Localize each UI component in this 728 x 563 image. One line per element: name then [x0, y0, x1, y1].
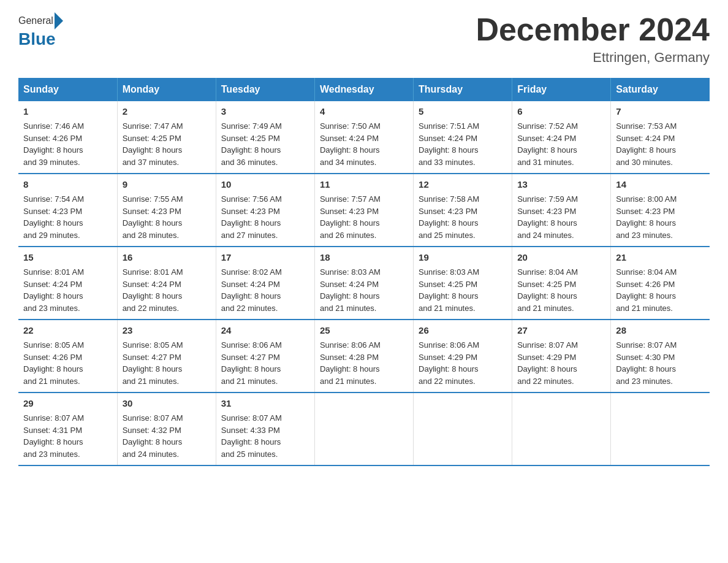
day-number: 22	[23, 325, 112, 335]
day-number: 26	[419, 325, 507, 335]
calendar-cell: 28 Sunrise: 8:07 AM Sunset: 4:30 PM Dayl…	[611, 320, 710, 393]
day-info: Sunrise: 8:06 AM Sunset: 4:27 PM Dayligh…	[221, 339, 309, 387]
day-number: 13	[517, 179, 605, 190]
day-info: Sunrise: 7:53 AM Sunset: 4:24 PM Dayligh…	[616, 120, 705, 168]
page-header: General Blue December 2024 Ettringen, Ge…	[18, 12, 710, 66]
calendar-cell: 19 Sunrise: 8:03 AM Sunset: 4:25 PM Dayl…	[414, 247, 512, 320]
calendar-cell: 11 Sunrise: 7:57 AM Sunset: 4:23 PM Dayl…	[314, 174, 413, 247]
calendar-cell	[512, 393, 611, 465]
calendar-cell: 8 Sunrise: 7:54 AM Sunset: 4:23 PM Dayli…	[18, 174, 117, 247]
day-number: 18	[320, 252, 408, 262]
calendar-table: Sunday Monday Tuesday Wednesday Thursday…	[18, 78, 710, 466]
day-number: 7	[616, 106, 705, 117]
logo-blue-text: Blue	[18, 29, 56, 49]
day-info: Sunrise: 8:04 AM Sunset: 4:26 PM Dayligh…	[616, 266, 705, 314]
day-number: 6	[517, 106, 605, 117]
day-number: 1	[23, 106, 112, 117]
day-number: 5	[419, 106, 507, 117]
calendar-week-row: 29 Sunrise: 8:07 AM Sunset: 4:31 PM Dayl…	[18, 393, 710, 465]
col-monday: Monday	[117, 78, 216, 101]
day-info: Sunrise: 8:02 AM Sunset: 4:24 PM Dayligh…	[221, 266, 309, 314]
day-info: Sunrise: 8:06 AM Sunset: 4:28 PM Dayligh…	[320, 339, 408, 387]
day-info: Sunrise: 8:01 AM Sunset: 4:24 PM Dayligh…	[23, 266, 112, 314]
logo-arrow-icon	[55, 12, 63, 29]
day-info: Sunrise: 8:00 AM Sunset: 4:23 PM Dayligh…	[616, 193, 705, 241]
day-info: Sunrise: 7:59 AM Sunset: 4:23 PM Dayligh…	[517, 193, 605, 241]
month-title: December 2024	[476, 12, 710, 47]
calendar-cell: 9 Sunrise: 7:55 AM Sunset: 4:23 PM Dayli…	[117, 174, 216, 247]
calendar-cell: 3 Sunrise: 7:49 AM Sunset: 4:25 PM Dayli…	[216, 101, 314, 174]
col-thursday: Thursday	[414, 78, 512, 101]
day-number: 20	[517, 252, 605, 262]
calendar-cell: 16 Sunrise: 8:01 AM Sunset: 4:24 PM Dayl…	[117, 247, 216, 320]
calendar-cell: 30 Sunrise: 8:07 AM Sunset: 4:32 PM Dayl…	[117, 393, 216, 465]
logo: General Blue	[18, 12, 63, 49]
day-number: 30	[123, 398, 211, 408]
day-number: 2	[123, 106, 211, 117]
title-area: December 2024 Ettringen, Germany	[476, 12, 710, 66]
calendar-cell: 26 Sunrise: 8:06 AM Sunset: 4:29 PM Dayl…	[414, 320, 512, 393]
day-info: Sunrise: 8:07 AM Sunset: 4:32 PM Dayligh…	[123, 412, 211, 460]
day-info: Sunrise: 7:52 AM Sunset: 4:24 PM Dayligh…	[517, 120, 605, 168]
day-number: 4	[320, 106, 408, 117]
calendar-cell: 13 Sunrise: 7:59 AM Sunset: 4:23 PM Dayl…	[512, 174, 611, 247]
col-tuesday: Tuesday	[216, 78, 314, 101]
calendar-cell	[314, 393, 413, 465]
day-number: 31	[221, 398, 309, 408]
day-info: Sunrise: 8:07 AM Sunset: 4:29 PM Dayligh…	[517, 339, 605, 387]
day-number: 23	[123, 325, 211, 335]
calendar-cell: 5 Sunrise: 7:51 AM Sunset: 4:24 PM Dayli…	[414, 101, 512, 174]
calendar-cell: 31 Sunrise: 8:07 AM Sunset: 4:33 PM Dayl…	[216, 393, 314, 465]
day-info: Sunrise: 7:58 AM Sunset: 4:23 PM Dayligh…	[419, 193, 507, 241]
calendar-header-row: Sunday Monday Tuesday Wednesday Thursday…	[18, 78, 710, 101]
location: Ettringen, Germany	[476, 50, 710, 66]
calendar-week-row: 8 Sunrise: 7:54 AM Sunset: 4:23 PM Dayli…	[18, 174, 710, 247]
logo-general-text: General	[18, 15, 53, 26]
calendar-cell: 23 Sunrise: 8:05 AM Sunset: 4:27 PM Dayl…	[117, 320, 216, 393]
calendar-cell: 1 Sunrise: 7:46 AM Sunset: 4:26 PM Dayli…	[18, 101, 117, 174]
calendar-cell: 27 Sunrise: 8:07 AM Sunset: 4:29 PM Dayl…	[512, 320, 611, 393]
day-number: 8	[23, 179, 112, 190]
day-info: Sunrise: 7:54 AM Sunset: 4:23 PM Dayligh…	[23, 193, 112, 241]
day-info: Sunrise: 7:46 AM Sunset: 4:26 PM Dayligh…	[23, 120, 112, 168]
day-info: Sunrise: 8:07 AM Sunset: 4:31 PM Dayligh…	[23, 412, 112, 460]
day-number: 19	[419, 252, 507, 262]
day-info: Sunrise: 8:06 AM Sunset: 4:29 PM Dayligh…	[419, 339, 507, 387]
calendar-cell: 2 Sunrise: 7:47 AM Sunset: 4:25 PM Dayli…	[117, 101, 216, 174]
day-number: 15	[23, 252, 112, 262]
calendar-cell: 24 Sunrise: 8:06 AM Sunset: 4:27 PM Dayl…	[216, 320, 314, 393]
day-info: Sunrise: 7:47 AM Sunset: 4:25 PM Dayligh…	[123, 120, 211, 168]
calendar-cell: 4 Sunrise: 7:50 AM Sunset: 4:24 PM Dayli…	[314, 101, 413, 174]
day-number: 16	[123, 252, 211, 262]
calendar-cell: 10 Sunrise: 7:56 AM Sunset: 4:23 PM Dayl…	[216, 174, 314, 247]
calendar-week-row: 15 Sunrise: 8:01 AM Sunset: 4:24 PM Dayl…	[18, 247, 710, 320]
day-info: Sunrise: 7:57 AM Sunset: 4:23 PM Dayligh…	[320, 193, 408, 241]
calendar-cell: 21 Sunrise: 8:04 AM Sunset: 4:26 PM Dayl…	[611, 247, 710, 320]
day-number: 9	[123, 179, 211, 190]
col-saturday: Saturday	[611, 78, 710, 101]
calendar-cell: 6 Sunrise: 7:52 AM Sunset: 4:24 PM Dayli…	[512, 101, 611, 174]
day-number: 3	[221, 106, 309, 117]
day-info: Sunrise: 7:56 AM Sunset: 4:23 PM Dayligh…	[221, 193, 309, 241]
day-info: Sunrise: 8:04 AM Sunset: 4:25 PM Dayligh…	[517, 266, 605, 314]
day-info: Sunrise: 8:03 AM Sunset: 4:25 PM Dayligh…	[419, 266, 507, 314]
calendar-week-row: 1 Sunrise: 7:46 AM Sunset: 4:26 PM Dayli…	[18, 101, 710, 174]
calendar-cell: 18 Sunrise: 8:03 AM Sunset: 4:24 PM Dayl…	[314, 247, 413, 320]
day-info: Sunrise: 7:49 AM Sunset: 4:25 PM Dayligh…	[221, 120, 309, 168]
calendar-cell: 20 Sunrise: 8:04 AM Sunset: 4:25 PM Dayl…	[512, 247, 611, 320]
day-number: 11	[320, 179, 408, 190]
calendar-cell: 7 Sunrise: 7:53 AM Sunset: 4:24 PM Dayli…	[611, 101, 710, 174]
calendar-cell: 29 Sunrise: 8:07 AM Sunset: 4:31 PM Dayl…	[18, 393, 117, 465]
calendar-cell: 12 Sunrise: 7:58 AM Sunset: 4:23 PM Dayl…	[414, 174, 512, 247]
calendar-cell	[414, 393, 512, 465]
calendar-cell: 17 Sunrise: 8:02 AM Sunset: 4:24 PM Dayl…	[216, 247, 314, 320]
day-number: 10	[221, 179, 309, 190]
day-info: Sunrise: 7:55 AM Sunset: 4:23 PM Dayligh…	[123, 193, 211, 241]
day-number: 29	[23, 398, 112, 408]
day-info: Sunrise: 7:51 AM Sunset: 4:24 PM Dayligh…	[419, 120, 507, 168]
day-info: Sunrise: 8:03 AM Sunset: 4:24 PM Dayligh…	[320, 266, 408, 314]
calendar-week-row: 22 Sunrise: 8:05 AM Sunset: 4:26 PM Dayl…	[18, 320, 710, 393]
day-number: 14	[616, 179, 705, 190]
day-info: Sunrise: 8:05 AM Sunset: 4:27 PM Dayligh…	[123, 339, 211, 387]
day-info: Sunrise: 8:07 AM Sunset: 4:33 PM Dayligh…	[221, 412, 309, 460]
